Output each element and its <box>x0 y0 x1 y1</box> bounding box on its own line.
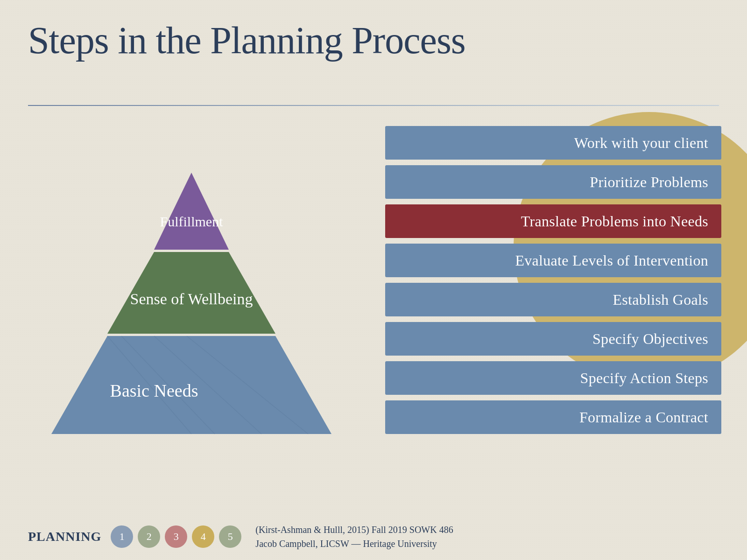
svg-text:Sense of Wellbeing: Sense of Wellbeing <box>130 290 253 308</box>
step-translate-problems: Translate Problems into Needs <box>385 204 721 238</box>
step-specify-objectives: Specify Objectives <box>385 322 721 356</box>
page-dot-1[interactable]: 1 <box>111 525 133 548</box>
page-title: Steps in the Planning Process <box>28 19 465 63</box>
bottom-bar: PLANNING 1 2 3 4 5 (Kirst-Ashman & Hulll… <box>0 513 747 560</box>
page-dot-2[interactable]: 2 <box>138 525 160 548</box>
page-dot-4[interactable]: 4 <box>192 525 214 548</box>
citation-text: (Kirst-Ashman & Hulll, 2015) Fall 2019 S… <box>255 523 453 551</box>
pyramid-diagram: Basic Needs Sense of Wellbeing Fulfillme… <box>28 126 355 443</box>
step-evaluate-levels: Evaluate Levels of Intervention <box>385 244 721 277</box>
step-specify-action: Specify Action Steps <box>385 361 721 395</box>
page-dot-3[interactable]: 3 <box>165 525 187 548</box>
svg-text:Basic Needs: Basic Needs <box>110 381 198 400</box>
divider-line <box>28 105 719 106</box>
page-dot-5[interactable]: 5 <box>219 525 241 548</box>
step-formalize-contract: Formalize a Contract <box>385 400 721 434</box>
page-dots: 1 2 3 4 5 <box>111 525 241 548</box>
svg-marker-8 <box>154 173 229 250</box>
svg-text:Fulfillment: Fulfillment <box>160 214 224 229</box>
step-prioritize-problems: Prioritize Problems <box>385 165 721 199</box>
steps-list: Work with your client Prioritize Problem… <box>385 126 721 434</box>
step-establish-goals: Establish Goals <box>385 283 721 316</box>
slide-container: Steps in the Planning Process Basic Need… <box>0 0 747 560</box>
planning-label: PLANNING <box>28 529 101 544</box>
step-work-with-client: Work with your client <box>385 126 721 160</box>
